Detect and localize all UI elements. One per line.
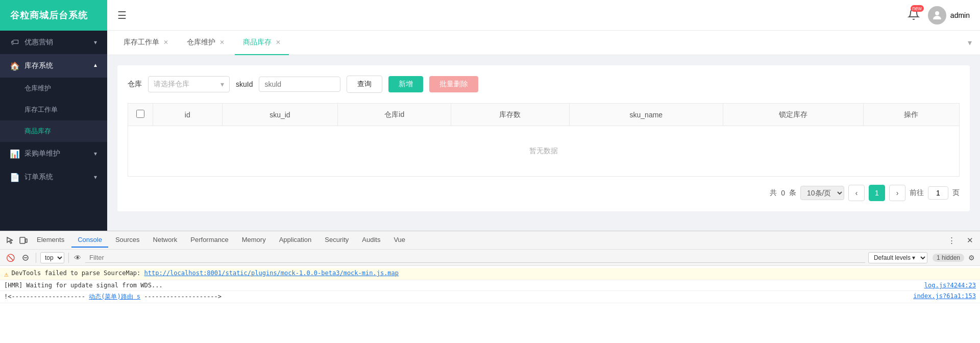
table-header-locked-stock: 锁定库存 [723, 104, 863, 126]
sidebar: 谷粒商城后台系统 🏷 优惠营销 ▾ 🏠 库存系统 ▾ [0, 0, 107, 231]
table-header-sku-id: sku_id [222, 104, 338, 126]
devtools-tab-network[interactable]: Network [147, 233, 184, 248]
devtools-tab-elements[interactable]: Elements [31, 233, 70, 248]
console-line-1: ⚠ DevTools failed to parse SourceMap: ht… [0, 268, 980, 280]
hamburger-button[interactable]: ☰ [117, 9, 127, 21]
devtools-tab-security[interactable]: Security [318, 233, 355, 248]
data-table: id sku_id 仓库id 库存数 sku_name 锁定库存 操作 [128, 103, 960, 177]
console-link-last-line[interactable]: index.js?61a1:153 [905, 292, 976, 300]
select-all-checkbox[interactable] [136, 110, 144, 118]
table-header-id: id [153, 104, 223, 126]
tab-close-product-inventory[interactable]: ✕ [276, 39, 281, 45]
sidebar-item-product-inventory[interactable]: 商品库存 [0, 120, 107, 142]
chevron-down-icon: ▾ [94, 39, 97, 46]
devtools-tab-performance[interactable]: Performance [184, 233, 234, 248]
skuId-input[interactable] [259, 77, 340, 92]
console-link-3[interactable]: 动态(菜单)路由 s [89, 293, 140, 300]
devtools-tab-vue[interactable]: Vue [387, 233, 411, 248]
warning-icon: ⚠ [4, 270, 8, 278]
devtools-dock-icon[interactable] [17, 234, 30, 247]
warehouse-select[interactable]: 请选择仓库 ▾ [148, 76, 230, 92]
toolbar: 仓库 请选择仓库 ▾ skuId 查询 新增 批量删除 [128, 76, 960, 93]
empty-text: 暂无数据 [128, 126, 960, 177]
svg-rect-3 [26, 239, 27, 242]
inventory-icon: 🏠 [10, 61, 19, 70]
console-line-3: !<-------------------- 动态(菜单)路由 s ------… [0, 291, 980, 303]
table-header-warehouse-id: 仓库id [338, 104, 451, 126]
main-layout: 谷粒商城后台系统 🏷 优惠营销 ▾ 🏠 库存系统 ▾ [0, 0, 980, 231]
devtools-tab-sources[interactable]: Sources [109, 233, 146, 248]
query-button[interactable]: 查询 [347, 76, 382, 93]
content-card: 仓库 请选择仓库 ▾ skuId 查询 新增 批量删除 [117, 65, 970, 211]
sidebar-item-purchase[interactable]: 📊 采购单维护 ▾ [0, 142, 107, 165]
sidebar-menu: 🏷 优惠营销 ▾ 🏠 库存系统 ▾ 仓库维护 库存工 [0, 31, 107, 231]
toolbar-separator-1 [36, 253, 36, 263]
page-jump-input[interactable] [928, 186, 948, 200]
console-link-1[interactable]: http://localhost:8001/static/plugins/moc… [144, 270, 399, 277]
sidebar-item-inventory[interactable]: 🏠 库存系统 ▾ [0, 54, 107, 78]
header: ☰ new [107, 0, 980, 31]
tab-work-order[interactable]: 库存工作单 ✕ [115, 31, 177, 55]
table-header-checkbox [128, 104, 153, 126]
console-line-2: [HMR] Waiting for update signal from WDS… [0, 280, 980, 291]
sidebar-item-work-order[interactable]: 库存工作单 [0, 99, 107, 120]
devtools-console-content: ⚠ DevTools failed to parse SourceMap: ht… [0, 266, 980, 343]
devtools-settings-button[interactable]: ⚙ [967, 254, 976, 262]
orders-icon: 📄 [10, 173, 19, 182]
jump-suffix: 页 [952, 188, 960, 198]
username-label: admin [950, 11, 970, 19]
devtools-tab-application[interactable]: Application [273, 233, 318, 248]
next-page-button[interactable]: › [889, 185, 905, 201]
total-prefix: 共 [770, 188, 777, 198]
pagination: 共 0 条 10条/页 20条/页 50条/页 ‹ 1 › 前往 页 [128, 185, 960, 201]
avatar [928, 6, 946, 24]
content-area: ☰ new [107, 0, 980, 231]
chevron-down-icon: ▾ [94, 150, 97, 157]
devtools-tab-console[interactable]: Console [71, 233, 108, 248]
prev-page-button[interactable]: ‹ [848, 185, 865, 201]
current-page-button[interactable]: 1 [869, 185, 885, 201]
hidden-count-badge: 1 hidden [933, 254, 964, 262]
devtools-stop-button[interactable] [19, 252, 32, 264]
devtools-close-button[interactable]: ✕ [964, 234, 976, 247]
page-size-select[interactable]: 10条/页 20条/页 50条/页 [800, 186, 844, 200]
table-empty-row: 暂无数据 [128, 126, 960, 177]
user-avatar-wrap[interactable]: admin [928, 6, 970, 24]
total-unit: 条 [789, 188, 796, 198]
app-container: 谷粒商城后台系统 🏷 优惠营销 ▾ 🏠 库存系统 ▾ [0, 0, 980, 343]
page-content: 仓库 请选择仓库 ▾ skuId 查询 新增 批量删除 [107, 55, 980, 231]
console-link-2[interactable]: log.js?4244:23 [916, 282, 976, 289]
svg-rect-2 [20, 237, 25, 243]
devtools-panel: Elements Console Sources Network Perform… [0, 231, 980, 343]
devtools-clear-button[interactable]: 🚫 [4, 252, 16, 264]
sidebar-item-warehouse[interactable]: 仓库维护 [0, 78, 107, 99]
tab-close-work-order[interactable]: ✕ [163, 39, 168, 45]
batch-delete-button[interactable]: 批量删除 [429, 76, 478, 92]
devtools-more-button[interactable]: ⋮ [945, 234, 958, 247]
chevron-up-icon: ▾ [94, 62, 97, 69]
sidebar-logo: 谷粒商城后台系统 [0, 0, 107, 31]
sidebar-item-orders[interactable]: 📄 订单系统 ▾ [0, 165, 107, 189]
devtools-cursor-icon[interactable] [4, 234, 16, 247]
select-arrow-icon: ▾ [220, 80, 224, 88]
devtools-levels-select[interactable]: Default levels ▾ [868, 252, 927, 263]
skuId-label: skuId [236, 80, 253, 88]
chevron-down-icon: ▾ [94, 174, 97, 181]
tab-product-inventory[interactable]: 商品库存 ✕ [235, 31, 289, 55]
jump-prefix: 前往 [910, 188, 924, 198]
tab-close-warehouse[interactable]: ✕ [219, 39, 225, 45]
add-button[interactable]: 新增 [388, 76, 423, 92]
devtools-eye-button[interactable]: 👁 [73, 254, 82, 262]
table-header-stock: 库存数 [451, 104, 570, 126]
devtools-filter-input[interactable] [85, 253, 865, 263]
notification-icon[interactable]: new [908, 8, 920, 22]
tabs-dropdown-icon[interactable]: ▾ [968, 38, 972, 47]
header-right: new admin [908, 6, 970, 24]
devtools-context-select[interactable]: top [40, 252, 64, 263]
devtools-tab-memory[interactable]: Memory [236, 233, 272, 248]
sidebar-item-promotions[interactable]: 🏷 优惠营销 ▾ [0, 31, 107, 54]
total-count: 0 [781, 189, 785, 197]
devtools-tab-audits[interactable]: Audits [356, 233, 386, 248]
tab-warehouse-maintenance[interactable]: 仓库维护 ✕ [179, 31, 233, 55]
svg-marker-1 [7, 237, 13, 243]
